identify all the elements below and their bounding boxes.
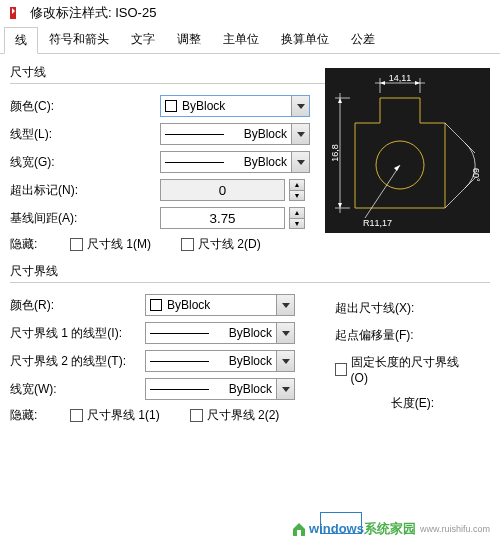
tab-fit[interactable]: 调整 [166,26,212,53]
dimline-color-select[interactable]: ByBlock [160,95,310,117]
line-sample-icon [165,162,224,163]
dimline-extend-label: 超出标记(N): [10,182,160,199]
tab-alt-units[interactable]: 换算单位 [270,26,340,53]
extline-beyond-label: 超出尺寸线(X): [335,300,490,317]
checkbox-icon [70,238,83,251]
dimline-lineweight-select[interactable]: ByBlock [160,151,310,173]
spinner-down-icon[interactable]: ▼ [290,219,304,229]
extline-lw-select[interactable]: ByBlock [145,378,295,400]
dimline-linetype-select[interactable]: ByBlock [160,123,310,145]
footer-logo: windows系统家园 www.ruishifu.com [291,520,490,538]
color-swatch-icon [150,299,162,311]
dimline-hide-label: 隐藏: [10,236,70,253]
spinner-up-icon[interactable]: ▲ [290,180,304,191]
extline-lt2-label: 尺寸界线 2 的线型(T): [10,353,145,370]
tab-lines[interactable]: 线 [4,27,38,54]
extline-lt1-label: 尺寸界线 1 的线型(I): [10,325,145,342]
checkbox-icon [190,409,203,422]
line-sample-icon [150,361,209,362]
extline-right-column: 超出尺寸线(X): 起点偏移量(F): 固定长度的尺寸界线(O) 长度(E): [335,290,490,422]
preview-panel: 14,11 16,8 R11,17 60° [325,68,490,233]
extline-lw-label: 线宽(W): [10,381,145,398]
tab-arrows[interactable]: 符号和箭头 [38,26,120,53]
preview-dim-radius: R11,17 [363,218,392,228]
dimline-linetype-value: ByBlock [244,127,287,141]
extline-hide-1-checkbox[interactable]: 尺寸界线 1(1) [70,407,160,424]
dimline-linetype-label: 线型(L): [10,126,160,143]
extline-offset-label: 起点偏移量(F): [335,327,490,344]
color-swatch-icon [165,100,177,112]
dimline-baseline-spinner[interactable]: ▲ ▼ [289,207,305,229]
dimline-extend-input[interactable] [160,179,285,201]
tab-tolerance[interactable]: 公差 [340,26,386,53]
extline-color-label: 颜色(R): [10,297,145,314]
dimline-hide-1-checkbox[interactable]: 尺寸线 1(M) [70,236,151,253]
dimline-color-label: 颜色(C): [10,98,160,115]
dimline-baseline-label: 基线间距(A): [10,210,160,227]
dimline-color-value: ByBlock [182,99,225,113]
extline-hide-label: 隐藏: [10,407,70,424]
preview-dim-top: 14,11 [389,73,412,83]
chevron-down-icon [276,323,294,343]
dimline-baseline-input[interactable] [160,207,285,229]
tab-text[interactable]: 文字 [120,26,166,53]
spinner-down-icon[interactable]: ▼ [290,191,304,201]
preview-dim-angle: 60° [471,168,481,182]
checkbox-icon [335,363,347,376]
tabs: 线 符号和箭头 文字 调整 主单位 换算单位 公差 [0,26,500,54]
extline-color-select[interactable]: ByBlock [145,294,295,316]
chevron-down-icon [276,379,294,399]
line-sample-icon [165,134,224,135]
house-icon [291,521,307,537]
chevron-down-icon [276,351,294,371]
chevron-down-icon [291,96,309,116]
chevron-down-icon [291,152,309,172]
chevron-down-icon [276,295,294,315]
dimline-lineweight-value: ByBlock [244,155,287,169]
dimline-lineweight-label: 线宽(G): [10,154,160,171]
extline-lt2-select[interactable]: ByBlock [145,350,295,372]
extline-lt1-select[interactable]: ByBlock [145,322,295,344]
extline-color-value: ByBlock [167,298,210,312]
window-title: 修改标注样式: ISO-25 [30,4,156,22]
dimline-hide-2-checkbox[interactable]: 尺寸线 2(D) [181,236,261,253]
svg-rect-11 [297,530,301,536]
tab-primary-units[interactable]: 主单位 [212,26,270,53]
checkbox-icon [181,238,194,251]
extline-length-label: 长度(E): [335,395,490,412]
preview-dim-left: 16,8 [330,144,340,162]
extline-hide-2-checkbox[interactable]: 尺寸界线 2(2) [190,407,280,424]
extline-group-label: 尺寸界线 [10,263,490,280]
line-sample-icon [150,389,209,390]
titlebar: 修改标注样式: ISO-25 [0,0,500,26]
checkbox-icon [70,409,83,422]
extline-fixed-checkbox[interactable]: 固定长度的尺寸界线(O) [335,354,460,385]
spinner-up-icon[interactable]: ▲ [290,208,304,219]
app-icon [8,5,24,21]
chevron-down-icon [291,124,309,144]
dimline-extend-spinner[interactable]: ▲ ▼ [289,179,305,201]
line-sample-icon [150,333,209,334]
